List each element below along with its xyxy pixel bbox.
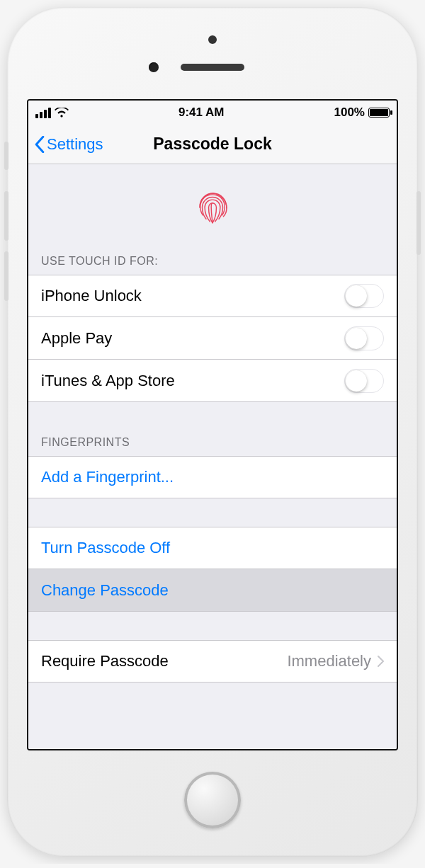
back-button[interactable]: Settings: [28, 135, 103, 154]
front-camera: [149, 62, 159, 72]
screen: 9:41 AM 100% Settings Passcode Lock: [27, 99, 398, 750]
toggle-itunes-appstore[interactable]: [344, 369, 384, 393]
chevron-left-icon: [34, 136, 45, 153]
chevron-right-icon: [377, 656, 384, 667]
section-header-touchid: USE TOUCH ID FOR:: [28, 249, 397, 275]
row-label: iTunes & App Store: [41, 372, 175, 390]
spacer: [28, 612, 397, 640]
row-apple-pay: Apple Pay: [28, 317, 397, 360]
turn-passcode-off-button[interactable]: Turn Passcode Off: [28, 527, 397, 569]
battery-percent: 100%: [334, 105, 365, 120]
volume-up-button: [4, 191, 8, 241]
row-label: iPhone Unlock: [41, 287, 142, 305]
touchid-hero: [28, 164, 397, 249]
power-button: [416, 191, 421, 255]
row-label: Require Passcode: [41, 652, 169, 670]
battery-icon: [368, 108, 390, 118]
section-header-fingerprints: FINGERPRINTS: [28, 430, 397, 456]
volume-down-button: [4, 251, 8, 301]
add-fingerprint-button[interactable]: Add a Fingerprint...: [28, 456, 397, 498]
nav-bar: Settings Passcode Lock: [28, 125, 397, 164]
earpiece-speaker: [181, 64, 244, 71]
row-label: Change Passcode: [41, 581, 169, 600]
wifi-icon: [55, 108, 69, 118]
status-bar: 9:41 AM 100%: [28, 101, 397, 125]
content-scroll[interactable]: USE TOUCH ID FOR: iPhone Unlock Apple Pa…: [28, 164, 397, 749]
require-passcode-row[interactable]: Require Passcode Immediately: [28, 640, 397, 683]
spacer: [28, 402, 397, 430]
row-label: Apple Pay: [41, 329, 112, 348]
home-button[interactable]: [184, 772, 241, 828]
row-label: Add a Fingerprint...: [41, 468, 174, 486]
proximity-sensor: [208, 35, 217, 44]
change-passcode-button[interactable]: Change Passcode: [28, 569, 397, 612]
cellular-signal-icon: [35, 108, 51, 118]
require-passcode-value: Immediately: [287, 652, 371, 670]
row-label: Turn Passcode Off: [41, 539, 170, 557]
row-iphone-unlock: iPhone Unlock: [28, 275, 397, 317]
row-itunes-appstore: iTunes & App Store: [28, 360, 397, 402]
fingerprint-icon: [192, 187, 233, 228]
spacer: [28, 683, 397, 701]
toggle-apple-pay[interactable]: [344, 326, 384, 350]
device-frame: 9:41 AM 100% Settings Passcode Lock: [7, 7, 418, 857]
mute-switch: [4, 142, 8, 170]
toggle-iphone-unlock[interactable]: [344, 284, 384, 308]
spacer: [28, 498, 397, 527]
status-time: 9:41 AM: [178, 105, 225, 120]
touchid-group: iPhone Unlock Apple Pay iTunes & App Sto…: [28, 275, 397, 402]
page-title: Passcode Lock: [153, 135, 271, 154]
back-label: Settings: [47, 135, 103, 154]
